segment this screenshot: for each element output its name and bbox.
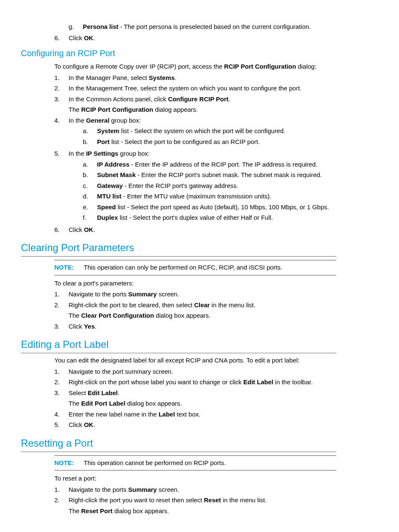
item-marker: 6.	[54, 33, 69, 43]
note-label: NOTE:	[54, 458, 84, 468]
reset-steps: 1.Navigate to the ports Summary screen. …	[54, 485, 336, 516]
item-marker: g.	[69, 22, 83, 32]
item-text: Click OK.	[69, 33, 336, 43]
list-item: 1.Navigate to the ports Summary screen.	[54, 290, 336, 299]
list-item: 2.Right-click on the port whose label yo…	[54, 378, 336, 387]
list-item: 5.In the IP Settings group box: a.IP Add…	[54, 149, 336, 224]
list-item: 2.In the Management Tree, select the sys…	[54, 84, 336, 93]
note-text: This operation cannot be performed on RC…	[84, 458, 336, 468]
intro-text: You can edit the designated label for al…	[54, 356, 336, 365]
list-item: 3.Select Edit Label.The Edit Port Label …	[54, 388, 336, 409]
intro-text: To clear a port's parameters:	[54, 279, 336, 288]
list-item: b.Port list - Select the port to be conf…	[83, 137, 336, 147]
sub-list: a.IP Address - Enter the IP address of t…	[83, 160, 336, 223]
rcip-steps: 1.In the Manager Pane, select Systems. 2…	[54, 73, 336, 235]
list-item: 1.Navigate to the ports Summary screen.	[54, 485, 336, 495]
note-text: This operation can only be performed on …	[84, 263, 336, 272]
list-item: 3.In the Common Actions panel, click Con…	[54, 95, 336, 115]
list-item: 4.In the General group box: a.System lis…	[54, 116, 336, 148]
list-item: 1.Navigate to the port summary screen.	[54, 367, 336, 377]
note-box: NOTE: This operation cannot be performed…	[54, 455, 336, 471]
heading-resetting-port: Resetting a Port	[21, 436, 336, 452]
intro-text: To reset a port:	[54, 474, 336, 483]
list-item: 2.Right-click the port to be cleared, th…	[54, 301, 336, 321]
list-item: 4.Enter the new label name in the Label …	[54, 410, 336, 419]
list-item: d.MTU list - Enter the MTU value (maximu…	[83, 192, 336, 201]
intro-text: To configure a Remote Copy over IP (RCIP…	[54, 62, 336, 72]
list-item: a.IP Address - Enter the IP address of t…	[83, 160, 336, 170]
list-item: 1.In the Manager Pane, select Systems.	[54, 73, 336, 83]
heading-clearing-port-parameters: Clearing Port Parameters	[21, 240, 336, 257]
top-step-list: 6. Click OK.	[54, 33, 336, 43]
list-item: 6.Click OK.	[54, 225, 336, 235]
heading-editing-port-label: Editing a Port Label	[21, 337, 336, 353]
list-item: 5.Click OK.	[54, 420, 336, 430]
list-item: c.Gateway - Enter the RCIP port's gatewa…	[83, 181, 336, 191]
note-box: NOTE: This operation can only be perform…	[54, 260, 336, 275]
list-item: a.System list - Select the system on whi…	[83, 126, 336, 136]
edit-steps: 1.Navigate to the port summary screen. 2…	[54, 367, 336, 430]
list-item: b.Subnet Mask - Enter the RCIP port's su…	[83, 170, 336, 180]
item-text: Persona list - The port persona is prese…	[83, 22, 336, 32]
heading-configuring-rcip: Configuring an RCIP Port	[21, 47, 336, 59]
list-item: 6. Click OK.	[54, 33, 336, 43]
list-item: e.Speed list - Select the port speed as …	[83, 203, 336, 212]
list-item: g. Persona list - The port persona is pr…	[69, 22, 336, 32]
note-label: NOTE:	[54, 263, 84, 272]
list-item: f.Duplex list - Select the port's duplex…	[83, 213, 336, 223]
sub-list: a.System list - Select the system on whi…	[83, 126, 336, 146]
persona-list-fragment: g. Persona list - The port persona is pr…	[69, 22, 336, 32]
list-item: 2.Right-click the port you want to reset…	[54, 496, 336, 516]
list-item: 3.Click Yes.	[54, 322, 336, 332]
clear-steps: 1.Navigate to the ports Summary screen. …	[54, 290, 336, 331]
